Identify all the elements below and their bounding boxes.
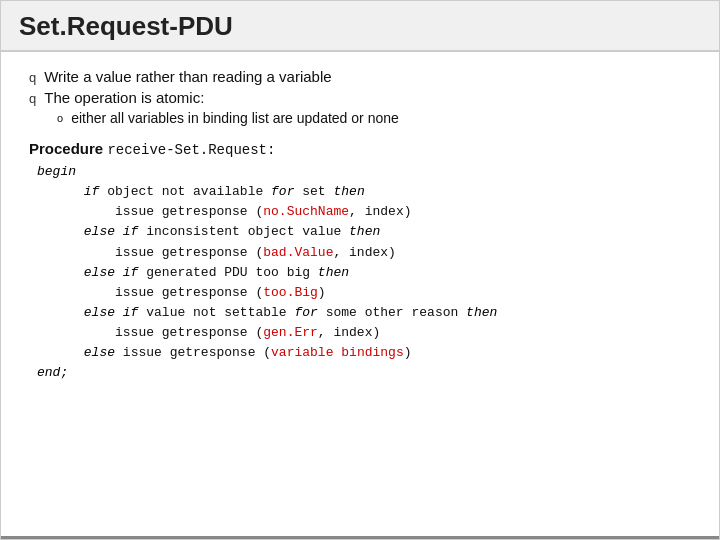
code-line-6: issue getresponse (too.Big): [37, 283, 691, 303]
procedure-keyword: Procedure: [29, 140, 103, 157]
code-line-8: issue getresponse (gen.Err, index): [37, 323, 691, 343]
slide-content: q Write a value rather than reading a va…: [1, 52, 719, 394]
sub-bullet-text-1: either all variables in binding list are…: [71, 110, 399, 126]
bullet-icon-2: q: [29, 91, 36, 106]
code-line-0: begin: [37, 162, 691, 182]
sub-bullet-icon-1: o: [57, 112, 63, 124]
slide-title: Set.Request-PDU: [19, 11, 233, 41]
bullet-text-2: The operation is atomic:: [44, 89, 204, 106]
code-line-5: else if generated PDU too big then: [37, 263, 691, 283]
slide: Set.Request-PDU q Write a value rather t…: [0, 0, 720, 540]
code-line-7: else if value not settable for some othe…: [37, 303, 691, 323]
code-line-2: issue getresponse (no.SuchName, index): [37, 202, 691, 222]
code-line-3: else if inconsistent object value then: [37, 222, 691, 242]
code-line-10: end;: [37, 363, 691, 383]
bullet-icon-1: q: [29, 70, 36, 85]
code-line-4: issue getresponse (bad.Value, index): [37, 243, 691, 263]
code-line-1: if object not available for set then: [37, 182, 691, 202]
procedure-label: Procedure receive-Set.Request:: [29, 140, 691, 158]
bullet-item-2: q The operation is atomic:: [29, 89, 691, 106]
bottom-divider: [1, 536, 719, 539]
code-block: begin if object not available for set th…: [37, 162, 691, 384]
code-line-9: else issue getresponse (variable binding…: [37, 343, 691, 363]
bullet-item-1: q Write a value rather than reading a va…: [29, 68, 691, 85]
procedure-name: receive-Set.Request:: [107, 142, 275, 158]
sub-bullet-1: o either all variables in binding list a…: [57, 110, 691, 126]
bullet-list: q Write a value rather than reading a va…: [29, 68, 691, 126]
bullet-text-1: Write a value rather than reading a vari…: [44, 68, 331, 85]
title-bar: Set.Request-PDU: [1, 1, 719, 52]
